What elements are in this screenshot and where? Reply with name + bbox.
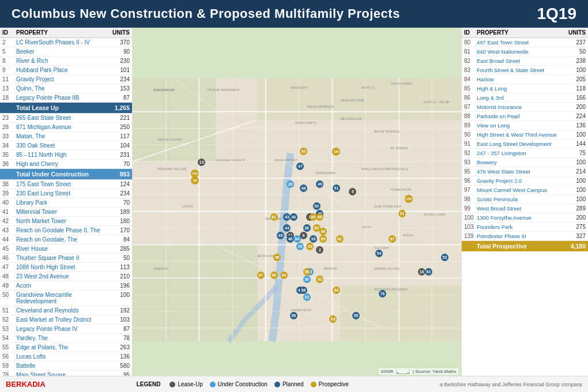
list-item: 53Legacy Pointe Phase IV87 — [0, 325, 132, 334]
list-item: 54Yardley, The78 — [0, 334, 132, 343]
list-item: 3585 - 111 North High231 — [0, 150, 132, 160]
prospective-dot — [311, 382, 316, 387]
list-item: 86Long & 3rd166 — [462, 93, 588, 103]
map-source: 1000ft ⎿___⏌ | Source: Yardi Matrix — [379, 368, 458, 375]
map-container: KINGSWOOD FIFTH BY NORTHWEST UNIVERSITY … — [133, 28, 461, 392]
list-item: 55Edge at Polaris, The263 — [0, 343, 132, 352]
svg-text:EXPRESSWAY: EXPRESSWAY — [315, 171, 336, 175]
list-item: 43Reach on Goodale Phase II, The170 — [0, 226, 132, 235]
list-item: 103Founders Park275 — [462, 223, 588, 232]
list-item: 97Mount Carmel West Campus100 — [462, 186, 588, 195]
svg-text:OLDE TOWNE EAST: OLDE TOWNE EAST — [374, 205, 401, 208]
leaseup-total: Total Lease Up 1,265 — [0, 103, 132, 113]
svg-text:UNIVERSITY: UNIVERSITY — [291, 86, 308, 89]
list-item: 84Harlow205 — [462, 75, 588, 84]
svg-text:FIFTH BY NORTHWEST: FIFTH BY NORTHWEST — [208, 88, 240, 92]
list-item: 82East Broad Street238 — [462, 56, 588, 66]
construction-dot — [210, 382, 216, 387]
planned-rows: 38175 East Town Street12439230 East Long… — [0, 180, 132, 380]
legend-leaseup: Lease-Up — [169, 381, 202, 387]
quarter-label: 1Q19 — [537, 5, 577, 23]
list-item: 44Reach on Goodale, The84 — [0, 235, 132, 244]
list-item: 50Grandview Mercantile Redevelopment100 — [0, 291, 132, 306]
list-item: 23265 East State Street221 — [0, 114, 132, 123]
col-property-label: PROPERTY — [16, 29, 108, 36]
col-id-label: ID — [2, 29, 16, 36]
list-item: 95476 West State Street214 — [462, 167, 588, 176]
list-item: 49Acorn196 — [0, 281, 132, 291]
list-item: 4823 West 2nd Avenue210 — [0, 272, 132, 281]
list-item: 39230 East Long Street234 — [0, 189, 132, 198]
svg-text:KING-LINCOLN BRONZEVILLE: KING-LINCOLN BRONZEVILLE — [361, 167, 409, 171]
svg-text:Columbus: Columbus — [266, 217, 282, 220]
svg-text:MT VERNON: MT VERNON — [390, 146, 408, 150]
svg-text:SHORT NORTH: SHORT NORTH — [295, 121, 316, 125]
construction-legend-label: Under Construction — [218, 381, 267, 387]
svg-text:FRANKLINTON: FRANKLINTON — [291, 308, 311, 312]
legend-prospective: Prospective — [311, 381, 349, 387]
svg-text:SOUTHERN ORCHARDS: SOUTHERN ORCHARDS — [374, 288, 408, 291]
svg-text:RIDGEWAY HILLSIDE: RIDGEWAY HILLSIDE — [157, 167, 187, 171]
list-item: 98Scioto Peninsula100 — [462, 195, 588, 204]
svg-text:RIDGEWAY HEIGHTS: RIDGEWAY HEIGHTS — [216, 159, 245, 162]
left-panel: ID PROPERTY UNITS 2LC RiverSouth Phases … — [0, 28, 133, 392]
col-units-label: UNITS — [108, 29, 130, 36]
right-panel: IDPROPERTYUNITS80497 East Town Street237… — [461, 28, 588, 392]
list-item: 90High Street & West Third Avenue100 — [462, 130, 588, 140]
svg-text:FRANKLINTON: FRANKLINTON — [390, 188, 411, 191]
list-item: 18Legacy Pointe Phase IIB87 — [0, 93, 132, 103]
svg-text:NORTH C. COLUM.: NORTH C. COLUM. — [424, 100, 450, 104]
svg-text:MILO-GROGAN: MILO-GROGAN — [341, 117, 362, 120]
list-item: 36High and Cherry70 — [0, 160, 132, 169]
list-item: 87Motorist Insurance200 — [462, 103, 588, 112]
svg-text:KINGSWOOD: KINGSWOOD — [153, 88, 175, 92]
list-item: 91East Long Street Development144 — [462, 140, 588, 149]
list-item: 99West Broad Street289 — [462, 204, 588, 213]
list-item: 81640 West Nationwide50 — [462, 47, 588, 56]
svg-text:NEGATE VILLAGE: NEGATE VILLAGE — [157, 138, 182, 141]
list-item: 46Thurber Square Phase II50 — [0, 254, 132, 263]
svg-text:LINTON: LINTON — [183, 205, 194, 208]
prospective-header: IDPROPERTYUNITS — [462, 28, 588, 38]
svg-text:BRINTON: BRINTON — [324, 267, 337, 270]
construction-rows: 23265 East State Street22128871 Michigan… — [0, 114, 132, 169]
planned-dot — [274, 382, 280, 387]
legend: LEGEND Lease-Up Under Construction Plann… — [137, 381, 349, 387]
list-item: 9Hubbard Park Place101 — [0, 66, 132, 75]
list-item: 92247 - 257 Livingston75 — [462, 149, 588, 158]
prospective-total: Total Prospective 4,180 — [462, 241, 588, 251]
list-item: 88Parkside on Pearl224 — [462, 112, 588, 121]
leaseup-section: ID PROPERTY UNITS 2LC RiverSouth Phases … — [0, 28, 132, 114]
svg-text:DEVON TRIANGLE: DEVON TRIANGLE — [374, 130, 399, 133]
list-item: 471088 North High Street113 — [0, 263, 132, 272]
page-title: Columbus New Construction & Proposed Mul… — [12, 6, 400, 21]
list-item: 93Brewery100 — [462, 158, 588, 167]
svg-text:ARENA DISTRICT: ARENA DISTRICT — [274, 159, 298, 162]
list-item: 52East Market at Trolley District103 — [0, 315, 132, 325]
list-item: 80497 East Town Street237 — [462, 38, 588, 47]
source-text: a Berkshire Hathaway and Jefferies Finan… — [440, 382, 582, 387]
list-item: 34330 Oak Street104 — [0, 141, 132, 150]
svg-text:OLD OAKS: OLD OAKS — [374, 246, 389, 250]
list-item: 33Matan, The117 — [0, 132, 132, 141]
planned-legend-label: Planned — [282, 381, 304, 387]
legend-planned: Planned — [274, 381, 304, 387]
svg-text:SOUTH: SOUTH — [361, 225, 372, 229]
list-item: 96Gravity Project 2.0100 — [462, 176, 588, 186]
list-item: 59Battelle580 — [0, 361, 132, 371]
legend-construction: Under Construction — [210, 381, 267, 387]
leaseup-rows: 2LC RiverSouth Phases II - IV3705Beeker9… — [0, 38, 132, 103]
list-item: 139Poindexter Phase III327 — [462, 232, 588, 241]
legend-label: LEGEND — [137, 381, 161, 387]
list-item: 8River & Rich230 — [0, 56, 132, 66]
list-item: 38175 East Town Street124 — [0, 180, 132, 189]
list-item: 1001300 Forsythe Avenue200 — [462, 213, 588, 223]
page-header: Columbus New Construction & Proposed Mul… — [0, 0, 588, 28]
list-item: 13Quinn, The153 — [0, 84, 132, 93]
list-item: 11Gravity Project234 — [0, 75, 132, 84]
list-item: 2LC RiverSouth Phases II - IV370 — [0, 38, 132, 47]
list-item: 89View on Long136 — [462, 121, 588, 130]
list-item: 5Beeker90 — [0, 47, 132, 56]
svg-text:GREEN AC.: GREEN AC. — [153, 267, 169, 270]
svg-text:NECKO DENNISON: NECKO DENNISON — [307, 105, 334, 108]
